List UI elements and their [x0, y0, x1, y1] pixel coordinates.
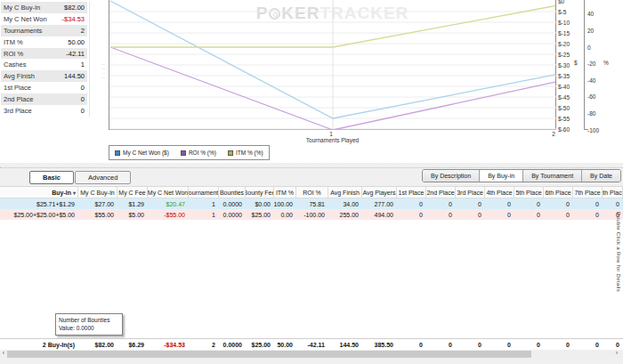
- tab-by-buy-in[interactable]: By Buy-in: [480, 170, 523, 182]
- table-header-row: Buy-In▾My C Buy-InMy C FeeMy C Net WonTo…: [0, 187, 623, 198]
- table-cell: 277.00: [362, 198, 397, 209]
- tab-by-description[interactable]: By Description: [423, 170, 480, 182]
- column-header[interactable]: 2nd Place: [426, 187, 456, 198]
- vertical-splitter-handle[interactable]: ········: [101, 62, 106, 85]
- scrollbar-thumb[interactable]: [7, 351, 531, 358]
- scroll-left-arrow-icon[interactable]: ‹: [0, 350, 7, 358]
- table-cell: 75.81: [296, 198, 328, 209]
- column-header[interactable]: Bounty Fee: [246, 187, 274, 198]
- legend-swatch-icon: [115, 150, 120, 156]
- axis-tick-label: -60: [587, 93, 595, 100]
- table-cell: -42.11: [296, 339, 328, 350]
- results-graph: PKERTRACKER: [109, 0, 556, 130]
- column-header[interactable]: 6th Place: [544, 187, 573, 198]
- stat-row: My C Buy-In$82.00: [1, 2, 87, 13]
- view-tabs: BasicAdvanced: [29, 171, 132, 184]
- column-header[interactable]: Buy-In▾: [0, 187, 78, 198]
- graph-lines: [109, 0, 557, 130]
- tab-by-tournament[interactable]: By Tournament: [523, 170, 582, 182]
- x-axis-label: Tournaments Played: [109, 137, 556, 143]
- tabs-row: BasicAdvanced By DescriptionBy Buy-inBy …: [0, 168, 623, 186]
- table-cell: 50.00: [274, 339, 296, 350]
- table-row[interactable]: $25.00+$25.00+$5.00$55.00$5.00-$55.0010.…: [0, 209, 623, 220]
- table-cell: $5.00: [117, 209, 148, 220]
- legend-item: ROI % (%): [181, 150, 216, 156]
- table-cell: -$55.00: [148, 209, 189, 220]
- table-cell: 0: [485, 198, 514, 209]
- axis-tick-label: 20: [587, 28, 594, 34]
- table-cell: $25.00: [246, 209, 274, 220]
- axis-tick-label: $-35: [558, 73, 570, 79]
- scroll-right-arrow-icon[interactable]: ›: [613, 350, 620, 358]
- table-cell: 0: [456, 339, 485, 350]
- table-summary-row: 2 Buy-In(s)$82.00$6.29-$34.5320.0000$25.…: [0, 338, 623, 350]
- stat-row: Avg Finish144.50: [1, 70, 87, 82]
- stat-row: ITM %50.00: [1, 36, 87, 48]
- column-header[interactable]: 5th Place: [514, 187, 544, 198]
- table-cell: 0: [397, 198, 426, 209]
- table-cell: 0: [456, 198, 485, 209]
- axis-tick-label: $-50: [558, 105, 570, 111]
- table-cell: 144.50: [328, 339, 362, 350]
- stats-sidebar: My C Buy-In$82.00My C Net Won-$34.53Tour…: [1, 2, 90, 117]
- table-cell: 0.0000: [219, 339, 246, 350]
- table-cell: 34.00: [328, 198, 362, 209]
- axis-tick-label: -20: [587, 61, 595, 67]
- table-cell: 385.50: [362, 339, 397, 350]
- axis-tick-label: $0: [558, 0, 564, 4]
- axis-tick-label: $-40: [558, 84, 570, 90]
- column-header[interactable]: Avg Finish: [328, 187, 362, 198]
- tab-by-date[interactable]: By Date: [582, 170, 620, 182]
- table-cell: $55.00: [78, 209, 117, 220]
- tooltip-value: Value: 0.0000: [59, 324, 119, 332]
- table-cell: 0: [426, 198, 456, 209]
- percent-axis-line: [584, 0, 588, 130]
- table-cell: -100.00: [296, 209, 328, 220]
- axis-tick-label: $-10: [558, 20, 570, 26]
- axis-tick-label: -40: [587, 77, 595, 84]
- table-cell: $82.00: [78, 339, 117, 350]
- column-header[interactable]: My C Buy-In: [78, 187, 117, 198]
- top-section: My C Buy-In$82.00My C Net Won-$34.53Tour…: [0, 0, 623, 163]
- column-header[interactable]: 7th Place: [573, 187, 603, 198]
- tab-basic[interactable]: Basic: [29, 171, 74, 184]
- table-cell: 0: [544, 339, 573, 350]
- axis-tick-label: $-60: [558, 126, 570, 133]
- table-cell: 0: [573, 339, 603, 350]
- table-cell: 0.0000: [219, 209, 246, 220]
- column-header[interactable]: ROI %: [296, 187, 328, 198]
- table-cell: 0: [485, 209, 514, 220]
- axis-tick-label: $-15: [558, 30, 570, 36]
- column-header[interactable]: ITM %: [274, 187, 296, 198]
- table-cell: 1: [189, 209, 219, 220]
- column-header[interactable]: Tournaments: [189, 187, 219, 198]
- tooltip-title: Number of Bounties: [59, 316, 119, 324]
- column-header[interactable]: Bounties: [219, 187, 246, 198]
- axis-tick-label: $-45: [558, 94, 570, 101]
- horizontal-scrollbar[interactable]: ‹ ›: [0, 350, 623, 358]
- x-axis-tick-label: 1: [327, 131, 336, 137]
- column-header[interactable]: 4th Place: [485, 187, 514, 198]
- column-header[interactable]: My C Net Won: [148, 187, 189, 198]
- tab-advanced[interactable]: Advanced: [75, 171, 131, 184]
- table-cell: $25.00+$25.00+$5.00: [0, 209, 78, 220]
- column-header[interactable]: 1st Place: [397, 187, 426, 198]
- table-row[interactable]: $25.71+$1.29$27.00$1.29$20.4710.0000$0.0…: [0, 198, 623, 209]
- table-cell: 0: [544, 209, 573, 220]
- stat-row: My C Net Won-$34.53: [1, 13, 87, 25]
- percent-axis-title: %: [603, 60, 609, 66]
- column-header[interactable]: Avg Players: [362, 187, 397, 198]
- axis-tick-label: $-5: [558, 9, 566, 15]
- table-cell: 0: [397, 209, 426, 220]
- column-header[interactable]: 3rd Place: [456, 187, 485, 198]
- stat-row: 2nd Place0: [1, 93, 87, 105]
- axis-tick-label: $-25: [558, 52, 570, 58]
- column-header[interactable]: My C Fee: [117, 187, 148, 198]
- column-header[interactable]: 8th Place: [603, 187, 623, 198]
- grouping-tabs: By DescriptionBy Buy-inBy TournamentBy D…: [422, 169, 621, 182]
- stat-row: 1st Place0: [1, 82, 87, 93]
- axis-tick-label: $-30: [558, 62, 570, 69]
- axis-tick-label: 0: [587, 44, 591, 51]
- table-cell: -$34.53: [148, 339, 189, 350]
- table-cell: 0: [573, 209, 603, 220]
